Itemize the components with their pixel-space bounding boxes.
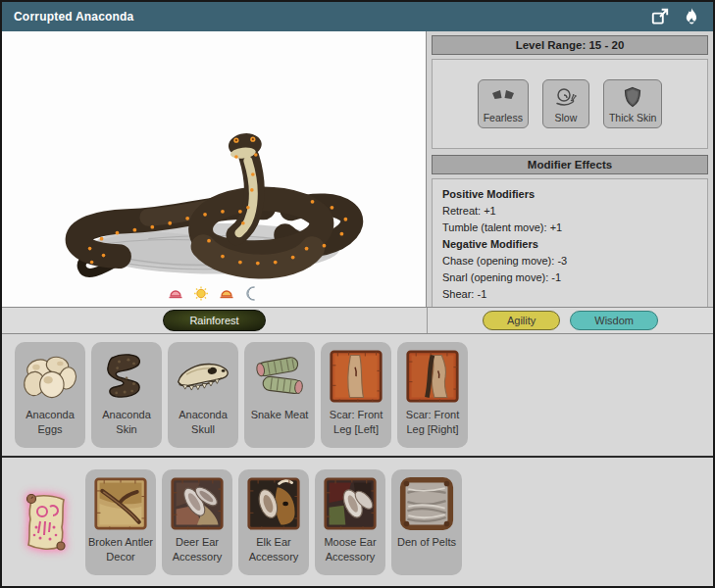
item-moose-ear-accessory[interactable]: Moose Ear Accessory bbox=[315, 469, 385, 575]
item-anaconda-eggs[interactable]: Anaconda Eggs bbox=[15, 342, 85, 448]
trait-thick-skin[interactable]: Thick Skin bbox=[603, 79, 662, 128]
titlebar: Corrupted Anaconda bbox=[2, 2, 713, 31]
item-den-of-pelts[interactable]: Den of Pelts bbox=[391, 469, 462, 575]
item-anaconda-skull[interactable]: Anaconda Skull bbox=[168, 342, 238, 448]
scar-front-leg-right-art bbox=[402, 348, 463, 405]
night-icon bbox=[244, 286, 260, 301]
snake-meat-art bbox=[249, 348, 310, 405]
level-range-header: Level Range: 15 - 20 bbox=[432, 35, 708, 55]
item-label: Anaconda Eggs bbox=[16, 408, 84, 437]
item-label: Anaconda Skull bbox=[169, 408, 237, 437]
external-link-icon[interactable] bbox=[650, 7, 670, 26]
item-elk-ear-accessory[interactable]: Elk Ear Accessory bbox=[238, 469, 309, 575]
trait-fearless[interactable]: Fearless bbox=[478, 79, 529, 128]
traits-box: Fearless Slow Thick Skin bbox=[432, 59, 708, 149]
modifier-effects-panel: Positive Modifiers Retreat: +1 Tumble (t… bbox=[432, 178, 708, 311]
biome-stats-strip: Rainforest Agility Wisdom bbox=[2, 307, 713, 334]
main-area: Level Range: 15 - 20 Fearless Slow Thick… bbox=[2, 31, 713, 307]
day-icon bbox=[193, 286, 209, 301]
item-scar-front-leg-left[interactable]: Scar: Front Leg [Left] bbox=[321, 342, 391, 448]
item-label: Deer Ear Accessory bbox=[163, 535, 231, 564]
elk-ear-accessory-art bbox=[243, 475, 304, 532]
item-deer-ear-accessory[interactable]: Deer Ear Accessory bbox=[162, 469, 232, 575]
quest-scroll[interactable] bbox=[15, 469, 79, 575]
anaconda-skin-art bbox=[96, 348, 157, 405]
modifier-line: Chase (opening move): -3 bbox=[442, 253, 697, 270]
scar-front-leg-left-art bbox=[326, 348, 386, 405]
biome-pill-rainforest[interactable]: Rainforest bbox=[163, 310, 265, 331]
stat-pill-agility[interactable]: Agility bbox=[483, 311, 560, 330]
loot-row: Anaconda Eggs Anaconda Skin Anaconda Sku… bbox=[2, 334, 713, 458]
time-of-day-row bbox=[168, 286, 260, 301]
modifier-line: Snarl (opening move): -1 bbox=[442, 270, 697, 286]
item-label: Scar: Front Leg [Right] bbox=[398, 408, 467, 437]
shield-icon bbox=[621, 86, 644, 108]
anaconda-eggs-art bbox=[20, 348, 80, 405]
rewards-row: Broken Antler Decor Deer Ear Accessory E… bbox=[2, 458, 713, 586]
modifier-effects-header: Modifier Effects bbox=[432, 155, 708, 174]
stats-section: Agility Wisdom bbox=[428, 308, 713, 333]
page-title: Corrupted Anaconda bbox=[14, 10, 134, 24]
negative-modifiers-header: Negative Modifiers bbox=[442, 236, 697, 253]
item-label: Anaconda Skin bbox=[92, 408, 161, 437]
modifier-line: Retreat: +1 bbox=[442, 203, 697, 220]
deer-ear-accessory-art bbox=[167, 475, 228, 532]
item-label: Broken Antler Decor bbox=[86, 535, 155, 564]
scroll-icon bbox=[21, 490, 74, 555]
evil-eyes-icon bbox=[491, 86, 515, 108]
moose-ear-accessory-art bbox=[320, 475, 381, 532]
modifier-line: Shear: -1 bbox=[442, 286, 697, 303]
positive-modifiers-header: Positive Modifiers bbox=[442, 186, 697, 203]
modifier-line: Tumble (talent move): +1 bbox=[442, 220, 697, 236]
stat-pill-wisdom[interactable]: Wisdom bbox=[570, 311, 658, 330]
info-panel: Level Range: 15 - 20 Fearless Slow Thick… bbox=[427, 31, 713, 307]
broken-antler-decor-art bbox=[90, 475, 151, 532]
biome-section: Rainforest bbox=[2, 308, 428, 333]
item-anaconda-skin[interactable]: Anaconda Skin bbox=[91, 342, 162, 448]
flame-icon[interactable] bbox=[682, 7, 701, 26]
anaconda-skull-art bbox=[173, 348, 233, 405]
sunrise-icon bbox=[168, 286, 183, 301]
trait-slow[interactable]: Slow bbox=[542, 79, 589, 128]
snail-icon bbox=[554, 86, 578, 108]
item-scar-front-leg-right[interactable]: Scar: Front Leg [Right] bbox=[397, 342, 468, 448]
creature-page: Corrupted Anaconda bbox=[0, 0, 715, 588]
trait-label: Thick Skin bbox=[609, 112, 656, 123]
item-label: Scar: Front Leg [Left] bbox=[322, 408, 390, 437]
item-label: Snake Meat bbox=[245, 408, 314, 422]
sunset-icon bbox=[219, 286, 234, 301]
anaconda-illustration bbox=[2, 31, 426, 307]
item-label: Elk Ear Accessory bbox=[239, 535, 308, 564]
item-label: Moose Ear Accessory bbox=[316, 535, 384, 564]
item-snake-meat[interactable]: Snake Meat bbox=[244, 342, 315, 448]
trait-label: Fearless bbox=[484, 112, 523, 123]
item-label: Den of Pelts bbox=[392, 535, 461, 550]
den-of-pelts-art bbox=[396, 475, 457, 532]
creature-image-panel bbox=[2, 31, 427, 307]
trait-label: Slow bbox=[555, 112, 578, 123]
item-broken-antler-decor[interactable]: Broken Antler Decor bbox=[85, 469, 156, 575]
